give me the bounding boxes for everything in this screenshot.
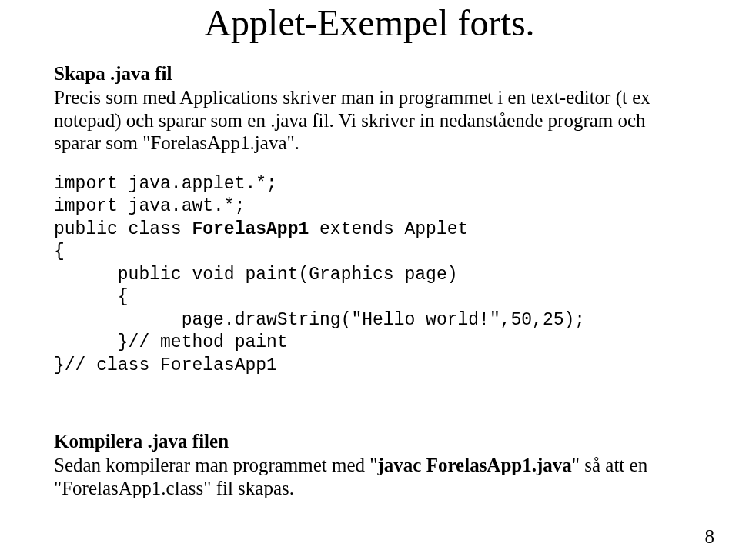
code-line-2: import java.awt.*; — [54, 196, 245, 216]
code-line-8: }// method paint — [54, 332, 288, 352]
body-create: Precis som med Applications skriver man … — [54, 86, 685, 155]
code-line-1: import java.applet.*; — [54, 174, 277, 194]
heading-compile: Kompilera .java filen — [54, 431, 685, 452]
code-line-3: public class ForelasApp1 extends Applet — [54, 219, 468, 239]
slide-page: Applet-Exempel forts. Skapa .java fil Pr… — [0, 0, 739, 560]
compile-command: javac ForelasApp1.java — [378, 455, 572, 475]
code-l3a: public class — [54, 219, 192, 239]
code-line-5: public void paint(Graphics page) — [54, 265, 458, 285]
heading-create: Skapa .java fil — [54, 63, 685, 85]
compile-pre: Sedan kompilerar man programmet med " — [54, 455, 378, 475]
code-line-6: { — [54, 287, 129, 307]
body-compile: Sedan kompilerar man programmet med "jav… — [54, 454, 685, 499]
section-create-java-file: Skapa .java fil Precis som med Applicati… — [54, 63, 685, 155]
page-number: 8 — [705, 526, 715, 548]
section-compile-java-file: Kompilera .java filen Sedan kompilerar m… — [54, 431, 685, 499]
slide-title: Applet-Exempel forts. — [0, 2, 739, 44]
code-l3b-classname: ForelasApp1 — [192, 219, 309, 239]
code-line-9: }// class ForelasApp1 — [54, 355, 277, 375]
code-line-7: page.drawString("Hello world!",50,25); — [54, 310, 585, 330]
code-line-4: { — [54, 242, 65, 262]
code-block: import java.applet.*; import java.awt.*;… — [54, 173, 685, 377]
code-l3c: extends Applet — [309, 219, 468, 239]
